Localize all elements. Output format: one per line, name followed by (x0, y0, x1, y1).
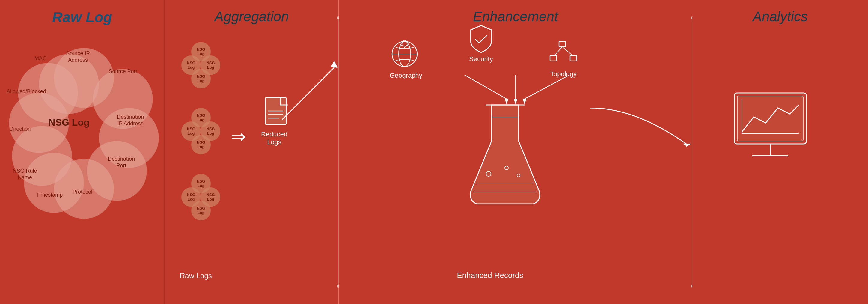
svg-rect-28 (737, 96, 803, 141)
security-group: Security (468, 24, 495, 63)
label-allowed: Allowed/Blocked (7, 88, 39, 95)
venn-container: Source IP Address Source Port Destinatio… (6, 24, 159, 285)
monitor-icon (731, 90, 815, 166)
svg-marker-26 (684, 141, 690, 147)
raw-log-title: Raw Log (0, 9, 164, 26)
raw-log-panel: Raw Log Source IP Address Source Port De… (0, 0, 165, 304)
topology-group: Topology (549, 39, 579, 78)
curved-arrow-analytics (590, 108, 704, 169)
analytics-title: Analytics (692, 8, 868, 25)
security-label: Security (468, 55, 495, 63)
svg-line-12 (562, 47, 572, 56)
arrow-right: ⇒ (231, 126, 246, 147)
aggregation-divider (338, 18, 338, 286)
geography-group: Geography (390, 39, 422, 80)
topology-icon (549, 39, 579, 69)
geography-icon (390, 39, 420, 69)
svg-rect-9 (550, 56, 557, 61)
nsg-group-1: NSGLog NSGLog NSGLog NSGLog (180, 42, 222, 90)
geography-label: Geography (390, 72, 422, 80)
bubble-3-4: NSGLog (191, 201, 211, 220)
label-source-ip: Source IP Address (60, 50, 96, 63)
nsg-group-3: NSGLog NSGLog NSGLog NSGLog (180, 174, 222, 222)
curved-arrow-enhancement (282, 60, 342, 151)
bubble-1-4: NSGLog (191, 69, 211, 88)
label-timestamp: Timestamp (36, 192, 63, 199)
svg-line-13 (465, 75, 506, 99)
enhancement-panel: Enhancement Geography Security (339, 0, 692, 304)
label-dest-ip: Destination IP Address (114, 114, 147, 127)
flask-icon (468, 99, 542, 208)
aggregation-panel: Aggregation NSGLog NSGLog NSGLog NSGLog … (165, 0, 339, 304)
nsg-log-center-label: NSG Log (45, 117, 93, 128)
label-mac: MAC (30, 56, 51, 62)
bubble-2-4: NSGLog (191, 135, 211, 154)
raw-logs-label: Raw Logs (180, 272, 212, 280)
label-direction: Direction (7, 126, 34, 132)
enhanced-records-label: Enhanced Records (438, 271, 542, 280)
svg-rect-8 (559, 41, 565, 47)
label-protocol: Protocol (69, 189, 96, 195)
svg-rect-10 (570, 56, 577, 61)
svg-marker-4 (331, 61, 337, 67)
security-icon (468, 24, 495, 54)
analytics-panel: Analytics (692, 0, 868, 304)
enhancement-title: Enhancement (339, 8, 692, 25)
svg-line-17 (525, 75, 569, 99)
label-dest-port: Destination Port (105, 156, 138, 169)
label-nsg-rule: NSG Rule Name (8, 168, 41, 181)
label-source-port: Source Port (108, 68, 138, 75)
aggregation-title: Aggregation (165, 8, 338, 25)
nsg-group-2: NSGLog NSGLog NSGLog NSGLog (180, 108, 222, 156)
svg-line-11 (555, 47, 562, 56)
